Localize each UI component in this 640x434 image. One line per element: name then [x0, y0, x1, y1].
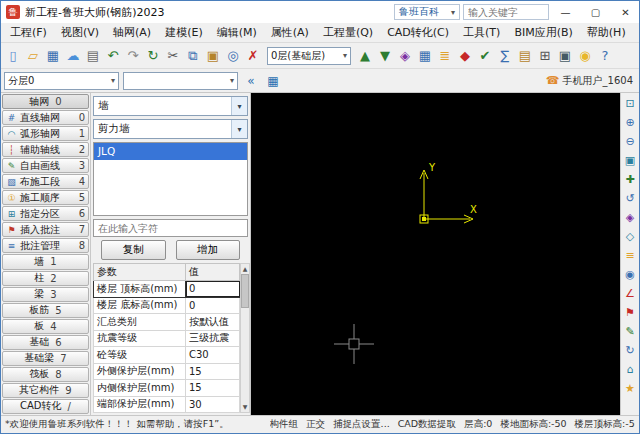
keyword-search-input[interactable]	[463, 4, 549, 20]
sidebar-category-wall[interactable]: 墙 1	[2, 254, 89, 269]
sidebar-tool-work-sequence[interactable]: ① 施工顺序 5	[2, 190, 89, 205]
new-file-icon[interactable]: ▯	[3, 46, 23, 66]
minimize-button[interactable]: —	[552, 1, 579, 23]
calculator-icon[interactable]: ⊞	[535, 46, 555, 66]
status-cad-extract[interactable]: CAD数据提取	[398, 418, 456, 431]
camera-icon[interactable]: ▣	[555, 46, 575, 66]
cut-icon[interactable]: ✂	[163, 46, 183, 66]
table-scrollbar[interactable]: ▲ ▼	[240, 263, 250, 413]
property-row[interactable]: 楼层 顶标高(mm) 0	[94, 281, 240, 298]
cloud-icon[interactable]: ☁	[63, 46, 83, 66]
property-value[interactable]: 0	[186, 281, 240, 298]
visibility-icon[interactable]: ◉	[622, 266, 638, 282]
sidebar-category-cad-convert[interactable]: CAD转化 /	[2, 399, 89, 414]
copy-icon[interactable]: ⧉	[183, 46, 203, 66]
edit-icon[interactable]: ✎	[622, 323, 638, 339]
user-account[interactable]: ☎ 手机用户_1604	[546, 74, 636, 88]
format-brush-icon[interactable]: ◆	[455, 46, 475, 66]
sidebar-category-slab-rebar[interactable]: 板筋 5	[2, 303, 89, 318]
close-button[interactable]: ✕	[612, 1, 639, 23]
maximize-button[interactable]: ▢	[582, 1, 609, 23]
undo-icon[interactable]: ↶	[103, 46, 123, 66]
floor-down-icon[interactable]: ▼	[375, 46, 395, 66]
menu-model[interactable]: 建模(E)	[158, 23, 210, 42]
filter-input[interactable]	[93, 219, 248, 237]
sidebar-category-foundation-beam[interactable]: 基础梁 7	[2, 351, 89, 366]
property-value[interactable]: 30	[186, 396, 240, 413]
favorite-icon[interactable]: ★	[622, 380, 638, 396]
chevron-down-icon[interactable]: ▾	[231, 120, 247, 138]
copy-button[interactable]: 复制	[101, 240, 166, 260]
property-row[interactable]: 砼等级 C30	[94, 347, 240, 364]
status-snap-settings[interactable]: 捕捉点设置...	[333, 418, 390, 431]
open-folder-icon[interactable]: ▱	[23, 46, 43, 66]
sidebar-category-column[interactable]: 柱 2	[2, 271, 89, 286]
bulb-icon[interactable]: ◉	[575, 46, 595, 66]
paste-icon[interactable]: ▣	[203, 46, 223, 66]
layer-select[interactable]: 分层0 ▾	[4, 72, 119, 90]
redo-icon[interactable]: ↷	[123, 46, 143, 66]
orbit-icon[interactable]: ◈	[622, 209, 638, 225]
property-row[interactable]: 抗震等级 三级抗震	[94, 330, 240, 347]
check-icon[interactable]: ✔	[475, 46, 495, 66]
table-icon[interactable]: ▤	[515, 46, 535, 66]
chevron-down-icon[interactable]: ▾	[231, 97, 247, 115]
property-value[interactable]: 15	[186, 380, 240, 397]
delete-icon[interactable]: ✗	[243, 46, 263, 66]
sidebar-category-raft[interactable]: 筏板 8	[2, 367, 89, 382]
help-icon[interactable]: ?	[595, 46, 615, 66]
wireframe-icon[interactable]: ◇	[622, 228, 638, 244]
component-category-select[interactable]: 墙 ▾	[93, 96, 248, 116]
menu-edit[interactable]: 编辑(M)	[210, 23, 264, 42]
menu-cad-convert[interactable]: CAD转化(C)	[380, 23, 456, 42]
property-value[interactable]: 15	[186, 363, 240, 380]
menu-bim[interactable]: BIM应用(B)	[507, 23, 579, 42]
component-type-select[interactable]: 剪力墙 ▾	[93, 119, 248, 139]
zoom-window-icon[interactable]: ▣	[622, 152, 638, 168]
property-row[interactable]: 外侧保护层(mm) 15	[94, 363, 240, 380]
sidebar-tool-note-manage[interactable]: ≡ 批注管理 8	[2, 238, 89, 253]
menu-help[interactable]: 帮助(H)	[580, 23, 633, 42]
measure-icon[interactable]: ∠	[622, 285, 638, 301]
scroll-down-icon[interactable]: ▼	[243, 402, 248, 412]
sidebar-tool-line-axis[interactable]: # 直线轴网 0	[2, 110, 89, 125]
redraw-icon[interactable]: ↻	[622, 342, 638, 358]
collapse-panel-icon[interactable]: «	[242, 72, 260, 90]
fit-view-icon[interactable]: ⊡	[622, 95, 638, 111]
scroll-up-icon[interactable]: ▲	[243, 264, 248, 274]
property-value[interactable]: C30	[186, 347, 240, 364]
menu-properties[interactable]: 属性(A)	[264, 23, 316, 42]
sidebar-category-slab[interactable]: 板 4	[2, 319, 89, 334]
zoom-out-icon[interactable]: ⊖	[622, 133, 638, 149]
property-value[interactable]: 三级抗震	[186, 330, 240, 347]
property-row[interactable]: 端部保护层(mm) 30	[94, 396, 240, 413]
encyclopedia-dropdown[interactable]: 鲁班百科 ▾	[394, 4, 460, 20]
print-icon[interactable]: ▤	[83, 46, 103, 66]
menu-tools[interactable]: 工具(T)	[456, 23, 507, 42]
sidebar-tool-work-section[interactable]: ▧ 布施工段 4	[2, 174, 89, 189]
sum-icon[interactable]: ∑	[495, 46, 515, 66]
sidebar-category-beam[interactable]: 梁 3	[2, 287, 89, 302]
three-d-view-icon[interactable]: ◈	[395, 46, 415, 66]
refresh-icon[interactable]: ↻	[143, 46, 163, 66]
scroll-thumb[interactable]	[241, 274, 249, 308]
drawing-canvas[interactable]: Y X	[251, 93, 620, 415]
property-value[interactable]: 0	[186, 297, 240, 314]
sidebar-tool-insert-note[interactable]: ⚑ 插入批注 7	[2, 222, 89, 237]
sidebar-tool-arc-axis[interactable]: ◠ 弧形轴网 1	[2, 126, 89, 141]
sidebar-tool-free-draw[interactable]: ✎ 自由画线 3	[2, 158, 89, 173]
menu-axis[interactable]: 轴网(A)	[106, 23, 158, 42]
flag-icon[interactable]: ⚑	[622, 304, 638, 320]
pan-icon[interactable]: ✚	[622, 171, 638, 187]
property-value[interactable]: 按默认值	[186, 314, 240, 331]
list-item[interactable]: JLQ	[94, 143, 247, 160]
floor-select[interactable]: 0层(基础层) ▾	[267, 47, 351, 65]
menu-quantity[interactable]: 工程量(Q)	[316, 23, 380, 42]
find-icon[interactable]: ◎	[223, 46, 243, 66]
layers-icon[interactable]: ≣	[435, 46, 455, 66]
menu-view[interactable]: 视图(V)	[54, 23, 106, 42]
home-view-icon[interactable]: ⌂	[622, 361, 638, 377]
grid-icon[interactable]: ▦	[415, 46, 435, 66]
status-ortho-toggle[interactable]: 正交	[306, 418, 325, 431]
property-row[interactable]: 汇总类别 按默认值	[94, 314, 240, 331]
